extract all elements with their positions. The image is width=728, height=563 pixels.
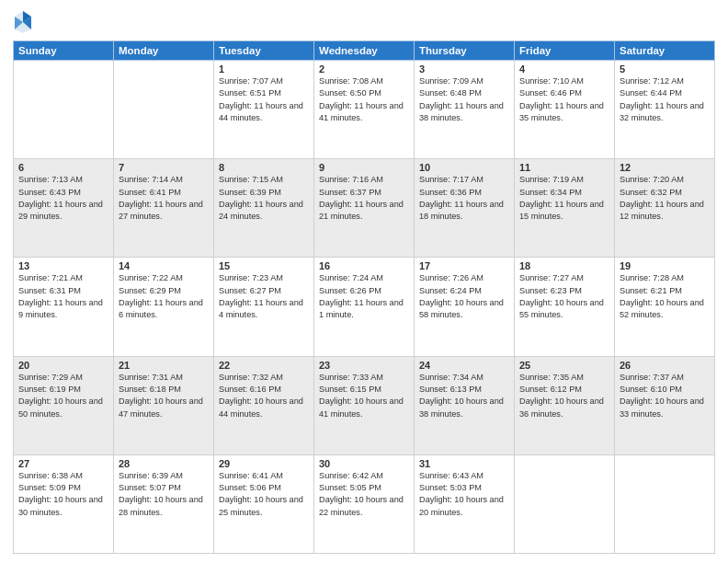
calendar-cell: 20Sunrise: 7:29 AM Sunset: 6:19 PM Dayli… bbox=[14, 356, 114, 454]
calendar-week-1: 1Sunrise: 7:07 AM Sunset: 6:51 PM Daylig… bbox=[14, 61, 715, 159]
day-number: 19 bbox=[620, 260, 710, 271]
day-detail: Sunrise: 7:29 AM Sunset: 6:19 PM Dayligh… bbox=[18, 372, 108, 420]
calendar-cell: 3Sunrise: 7:09 AM Sunset: 6:48 PM Daylig… bbox=[415, 61, 515, 159]
day-number: 29 bbox=[219, 458, 309, 469]
day-number: 16 bbox=[319, 260, 409, 271]
calendar-cell: 13Sunrise: 7:21 AM Sunset: 6:31 PM Dayli… bbox=[14, 258, 114, 356]
calendar-week-2: 6Sunrise: 7:13 AM Sunset: 6:43 PM Daylig… bbox=[14, 159, 715, 258]
day-detail: Sunrise: 7:12 AM Sunset: 6:44 PM Dayligh… bbox=[620, 75, 710, 124]
logo-icon bbox=[13, 9, 33, 35]
day-number: 13 bbox=[18, 260, 108, 271]
weekday-header-sunday: Sunday bbox=[14, 41, 114, 61]
calendar-week-3: 13Sunrise: 7:21 AM Sunset: 6:31 PM Dayli… bbox=[14, 258, 715, 356]
calendar-cell: 27Sunrise: 6:38 AM Sunset: 5:09 PM Dayli… bbox=[14, 454, 114, 553]
day-detail: Sunrise: 6:42 AM Sunset: 5:05 PM Dayligh… bbox=[319, 470, 409, 519]
calendar-cell: 8Sunrise: 7:15 AM Sunset: 6:39 PM Daylig… bbox=[214, 159, 314, 258]
day-detail: Sunrise: 7:24 AM Sunset: 6:26 PM Dayligh… bbox=[319, 272, 409, 321]
calendar-cell: 6Sunrise: 7:13 AM Sunset: 6:43 PM Daylig… bbox=[14, 159, 114, 258]
calendar-week-5: 27Sunrise: 6:38 AM Sunset: 5:09 PM Dayli… bbox=[14, 454, 715, 553]
day-detail: Sunrise: 7:08 AM Sunset: 6:50 PM Dayligh… bbox=[319, 75, 409, 124]
day-number: 2 bbox=[319, 63, 409, 75]
weekday-header-friday: Friday bbox=[515, 41, 615, 61]
day-number: 15 bbox=[219, 260, 309, 271]
day-detail: Sunrise: 7:20 AM Sunset: 6:32 PM Dayligh… bbox=[620, 174, 710, 223]
day-detail: Sunrise: 7:23 AM Sunset: 6:27 PM Dayligh… bbox=[219, 272, 309, 321]
day-number: 10 bbox=[419, 162, 509, 173]
day-detail: Sunrise: 7:27 AM Sunset: 6:23 PM Dayligh… bbox=[519, 272, 609, 321]
day-number: 12 bbox=[620, 162, 710, 173]
calendar-cell: 11Sunrise: 7:19 AM Sunset: 6:34 PM Dayli… bbox=[515, 159, 615, 258]
day-number: 20 bbox=[18, 360, 108, 371]
weekday-header-tuesday: Tuesday bbox=[214, 41, 314, 61]
header bbox=[13, 9, 715, 35]
calendar-cell: 31Sunrise: 6:43 AM Sunset: 5:03 PM Dayli… bbox=[415, 454, 515, 553]
day-number: 3 bbox=[419, 63, 509, 75]
day-number: 26 bbox=[620, 360, 710, 371]
day-detail: Sunrise: 6:41 AM Sunset: 5:06 PM Dayligh… bbox=[219, 470, 309, 519]
day-detail: Sunrise: 7:35 AM Sunset: 6:12 PM Dayligh… bbox=[519, 372, 609, 420]
day-number: 6 bbox=[18, 162, 108, 173]
day-detail: Sunrise: 7:16 AM Sunset: 6:37 PM Dayligh… bbox=[319, 174, 409, 223]
day-detail: Sunrise: 7:26 AM Sunset: 6:24 PM Dayligh… bbox=[419, 272, 509, 321]
logo bbox=[13, 9, 35, 35]
day-detail: Sunrise: 6:39 AM Sunset: 5:07 PM Dayligh… bbox=[119, 470, 209, 519]
calendar-cell: 15Sunrise: 7:23 AM Sunset: 6:27 PM Dayli… bbox=[214, 258, 314, 356]
calendar-cell: 22Sunrise: 7:32 AM Sunset: 6:16 PM Dayli… bbox=[214, 356, 314, 454]
day-detail: Sunrise: 7:34 AM Sunset: 6:13 PM Dayligh… bbox=[419, 372, 509, 420]
day-number: 9 bbox=[319, 162, 409, 173]
day-number: 27 bbox=[18, 458, 108, 469]
calendar-cell: 12Sunrise: 7:20 AM Sunset: 6:32 PM Dayli… bbox=[615, 159, 715, 258]
calendar-cell bbox=[615, 454, 715, 553]
day-detail: Sunrise: 7:17 AM Sunset: 6:36 PM Dayligh… bbox=[419, 174, 509, 223]
day-number: 31 bbox=[419, 458, 509, 469]
day-number: 25 bbox=[519, 360, 609, 371]
calendar-table: SundayMondayTuesdayWednesdayThursdayFrid… bbox=[13, 40, 715, 554]
calendar-cell: 16Sunrise: 7:24 AM Sunset: 6:26 PM Dayli… bbox=[314, 258, 415, 356]
day-number: 14 bbox=[119, 260, 209, 271]
day-detail: Sunrise: 7:09 AM Sunset: 6:48 PM Dayligh… bbox=[419, 75, 509, 124]
calendar-cell: 24Sunrise: 7:34 AM Sunset: 6:13 PM Dayli… bbox=[415, 356, 515, 454]
day-detail: Sunrise: 6:43 AM Sunset: 5:03 PM Dayligh… bbox=[419, 470, 509, 519]
calendar-cell: 7Sunrise: 7:14 AM Sunset: 6:41 PM Daylig… bbox=[114, 159, 214, 258]
day-number: 4 bbox=[519, 63, 609, 75]
calendar-cell bbox=[515, 454, 615, 553]
day-detail: Sunrise: 7:14 AM Sunset: 6:41 PM Dayligh… bbox=[119, 174, 209, 223]
day-number: 23 bbox=[319, 360, 409, 371]
calendar-cell: 10Sunrise: 7:17 AM Sunset: 6:36 PM Dayli… bbox=[415, 159, 515, 258]
page: SundayMondayTuesdayWednesdayThursdayFrid… bbox=[0, 0, 728, 563]
day-detail: Sunrise: 7:19 AM Sunset: 6:34 PM Dayligh… bbox=[519, 174, 609, 223]
day-number: 21 bbox=[119, 360, 209, 371]
day-number: 5 bbox=[620, 63, 710, 75]
day-detail: Sunrise: 7:37 AM Sunset: 6:10 PM Dayligh… bbox=[620, 372, 710, 420]
calendar-cell: 23Sunrise: 7:33 AM Sunset: 6:15 PM Dayli… bbox=[314, 356, 415, 454]
calendar-cell: 29Sunrise: 6:41 AM Sunset: 5:06 PM Dayli… bbox=[214, 454, 314, 553]
day-detail: Sunrise: 7:28 AM Sunset: 6:21 PM Dayligh… bbox=[620, 272, 710, 321]
day-detail: Sunrise: 7:15 AM Sunset: 6:39 PM Dayligh… bbox=[219, 174, 309, 223]
calendar-cell: 4Sunrise: 7:10 AM Sunset: 6:46 PM Daylig… bbox=[515, 61, 615, 159]
calendar-cell: 5Sunrise: 7:12 AM Sunset: 6:44 PM Daylig… bbox=[615, 61, 715, 159]
weekday-header-thursday: Thursday bbox=[415, 41, 515, 61]
day-detail: Sunrise: 7:10 AM Sunset: 6:46 PM Dayligh… bbox=[519, 75, 609, 124]
calendar-cell: 1Sunrise: 7:07 AM Sunset: 6:51 PM Daylig… bbox=[214, 61, 314, 159]
day-detail: Sunrise: 7:31 AM Sunset: 6:18 PM Dayligh… bbox=[119, 372, 209, 420]
day-detail: Sunrise: 7:07 AM Sunset: 6:51 PM Dayligh… bbox=[219, 75, 309, 124]
calendar-cell: 2Sunrise: 7:08 AM Sunset: 6:50 PM Daylig… bbox=[314, 61, 415, 159]
calendar-cell: 25Sunrise: 7:35 AM Sunset: 6:12 PM Dayli… bbox=[515, 356, 615, 454]
day-detail: Sunrise: 7:21 AM Sunset: 6:31 PM Dayligh… bbox=[18, 272, 108, 321]
day-detail: Sunrise: 7:22 AM Sunset: 6:29 PM Dayligh… bbox=[119, 272, 209, 321]
calendar-cell: 28Sunrise: 6:39 AM Sunset: 5:07 PM Dayli… bbox=[114, 454, 214, 553]
day-detail: Sunrise: 7:32 AM Sunset: 6:16 PM Dayligh… bbox=[219, 372, 309, 420]
calendar-cell: 14Sunrise: 7:22 AM Sunset: 6:29 PM Dayli… bbox=[114, 258, 214, 356]
calendar-cell: 26Sunrise: 7:37 AM Sunset: 6:10 PM Dayli… bbox=[615, 356, 715, 454]
weekday-header-monday: Monday bbox=[114, 41, 214, 61]
calendar-cell: 9Sunrise: 7:16 AM Sunset: 6:37 PM Daylig… bbox=[314, 159, 415, 258]
calendar-cell: 21Sunrise: 7:31 AM Sunset: 6:18 PM Dayli… bbox=[114, 356, 214, 454]
calendar-cell: 18Sunrise: 7:27 AM Sunset: 6:23 PM Dayli… bbox=[515, 258, 615, 356]
day-number: 18 bbox=[519, 260, 609, 271]
weekday-header-row: SundayMondayTuesdayWednesdayThursdayFrid… bbox=[14, 41, 715, 61]
calendar-week-4: 20Sunrise: 7:29 AM Sunset: 6:19 PM Dayli… bbox=[14, 356, 715, 454]
day-detail: Sunrise: 6:38 AM Sunset: 5:09 PM Dayligh… bbox=[18, 470, 108, 519]
weekday-header-saturday: Saturday bbox=[615, 41, 715, 61]
day-detail: Sunrise: 7:33 AM Sunset: 6:15 PM Dayligh… bbox=[319, 372, 409, 420]
day-number: 7 bbox=[119, 162, 209, 173]
